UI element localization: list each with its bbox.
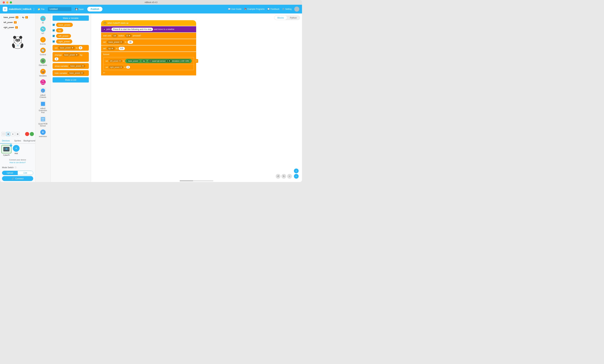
settings-btn[interactable]: = xyxy=(287,174,292,179)
cat-variables-label: Variables xyxy=(39,75,47,77)
block-right-power[interactable]: right_power xyxy=(56,39,72,44)
cat-quadrgb[interactable]: Quad RGB Sensor xyxy=(36,115,50,128)
run-btn[interactable] xyxy=(30,132,34,136)
make-variable-btn[interactable]: Make a Variable xyxy=(52,15,89,21)
set-left-power-block[interactable]: set left_power ▼ to base_power - kp * xyxy=(104,58,193,64)
maximize-button[interactable] xyxy=(10,1,12,3)
change-value[interactable]: 1 xyxy=(55,57,59,61)
publish-button[interactable]: Publish xyxy=(87,7,103,12)
zoom-in-btn[interactable]: + xyxy=(294,169,299,173)
live-mode-btn[interactable]: Live xyxy=(18,171,33,175)
variable-kp[interactable]: kp 0 xyxy=(21,15,29,19)
save-button[interactable]: 💾 Save xyxy=(74,7,85,11)
device-close-btn[interactable]: ✕ xyxy=(10,144,12,147)
cat-control[interactable]: 🔄 Control xyxy=(36,47,50,57)
base-power-val[interactable]: 30 xyxy=(127,40,133,44)
sensor-dropdown[interactable]: 1 ▼ xyxy=(166,60,172,62)
scrollbar-thumb[interactable] xyxy=(180,180,193,181)
set-kp-block[interactable]: set kp ▼ to 0.5 xyxy=(101,46,196,51)
tab-sprites[interactable]: Sprites xyxy=(12,138,24,144)
horizontal-scrollbar[interactable] xyxy=(180,180,213,181)
hide-var-dropdown[interactable]: base_power ▼ xyxy=(68,72,84,74)
file-menu[interactable]: 📁 File xyxy=(36,7,46,11)
feedback-button[interactable]: 💬 Feedback xyxy=(267,8,279,10)
variables-icon: 📦 xyxy=(40,69,46,74)
control-icon: 🔄 xyxy=(40,48,46,53)
print-block[interactable]: ■ print Press B to start line following … xyxy=(101,26,196,32)
deviation-label: deviation (-100~100) xyxy=(172,60,189,62)
wait-block[interactable]: wait until ⊡B button B ▼ pressed? xyxy=(101,33,196,39)
stop-btn[interactable] xyxy=(25,132,29,136)
checkbox-base-power-input[interactable] xyxy=(52,24,55,26)
forever-block[interactable]: forever set left_power ▼ to ba xyxy=(101,52,196,75)
user-guide-button[interactable]: 📖 User Guide xyxy=(228,8,241,10)
base-power-dropdown[interactable]: base_power ▼ xyxy=(107,40,124,44)
cat-mbot2ext[interactable]: mBot2 Extension Port xyxy=(36,100,50,114)
right-power-dropdown[interactable]: right_power ▼ xyxy=(109,66,123,69)
block-kp[interactable]: kp xyxy=(56,28,63,33)
code-toggle-icon[interactable]: </> xyxy=(194,59,198,63)
filename-input[interactable] xyxy=(48,7,72,11)
tab-devices[interactable]: Devices xyxy=(0,138,12,144)
logo-text: makeblock | mBlock xyxy=(9,8,32,11)
left-power-dropdown[interactable]: left_power ▼ xyxy=(109,60,122,62)
change-block[interactable]: change base_power ▼ by 1 xyxy=(52,52,89,62)
variable-base-power[interactable]: base_power 0 xyxy=(2,15,20,19)
expand-view-btn[interactable]: ⛶ xyxy=(1,132,5,136)
upload-mode-btn[interactable]: Upload xyxy=(2,171,18,175)
redo-btn[interactable]: ↻ xyxy=(281,174,286,179)
minimize-button[interactable] xyxy=(6,1,8,3)
cyberpi-device[interactable]: ✕ CyberPi xyxy=(1,145,12,156)
close-button[interactable] xyxy=(3,1,5,3)
tab-background[interactable]: Background xyxy=(24,138,35,144)
cat-variables[interactable]: 📦 Variables xyxy=(36,68,50,78)
variable-right-power[interactable]: right_power 0 xyxy=(2,25,19,29)
grid-view-btn[interactable]: ⊞ xyxy=(6,132,10,136)
add-device-btn[interactable]: + xyxy=(13,145,20,152)
kp-val[interactable]: 0.5 xyxy=(119,47,125,50)
checkbox-kp-input[interactable] xyxy=(52,29,55,32)
hat-block[interactable]: ■ when CyberPi starts up xyxy=(101,20,196,26)
undo-btn[interactable]: ↺ xyxy=(276,174,280,179)
cat-extension[interactable]: + extension xyxy=(36,128,50,138)
checkbox-right-power-input[interactable] xyxy=(52,40,55,43)
user-avatar[interactable] xyxy=(294,7,299,12)
set-value[interactable]: 0 xyxy=(79,46,83,49)
svg-rect-26 xyxy=(41,119,43,121)
pressed-label: pressed? xyxy=(133,35,141,37)
connect-link[interactable]: How to use device? xyxy=(2,161,33,163)
app-window: mBlock v5.4.3 M makeblock | mBlock | 📁 F… xyxy=(0,0,302,182)
set-right-power-block[interactable]: set right_power ▼ to 0 xyxy=(104,65,193,70)
svg-point-2 xyxy=(13,36,16,39)
variable-left-power[interactable]: left_power 0 xyxy=(2,21,18,24)
svg-point-3 xyxy=(19,36,22,39)
make-list-btn[interactable]: Make a List xyxy=(52,77,89,83)
hide-variable-block[interactable]: hide variable base_power ▼ xyxy=(52,70,89,76)
set-var-dropdown[interactable]: base_power ▼ xyxy=(59,46,75,49)
cat-operators[interactable]: ➕ Operators xyxy=(36,57,50,67)
cat-events[interactable]: ⚡ Events xyxy=(36,36,50,46)
list-view-btn[interactable]: ≡ xyxy=(11,132,15,136)
example-programs-button[interactable]: 📚 Example Programs xyxy=(244,8,264,10)
tile-view-btn[interactable]: ⊟ xyxy=(15,132,20,136)
zoom-out-btn[interactable]: − xyxy=(294,174,299,179)
block-left-power[interactable]: left_power xyxy=(56,34,71,38)
cat-myblocks[interactable]: MyBlocks xyxy=(36,78,50,86)
connect-button[interactable]: 🔗 Connect xyxy=(2,176,33,181)
show-variable-block[interactable]: show variable base_power ▼ xyxy=(52,63,89,69)
cat-mbot2chassis[interactable]: 🤖 mBot2 Chassis xyxy=(36,86,50,99)
block-base-power[interactable]: base_power xyxy=(56,23,73,27)
print-suffix: and move to a newline xyxy=(154,28,174,30)
cat-iot[interactable]: 📡 IoT xyxy=(36,25,50,35)
show-var-dropdown[interactable]: base_power ▼ xyxy=(69,64,86,68)
right-power-val[interactable]: 0 xyxy=(126,66,130,69)
checkbox-left-power-input[interactable] xyxy=(52,35,55,37)
cat-ai[interactable]: 🤖 AI xyxy=(36,15,50,25)
set-block[interactable]: set base_power ▼ to 0 xyxy=(52,45,89,51)
button-value[interactable]: B ▼ xyxy=(125,34,132,37)
kp-dropdown[interactable]: kp ▼ xyxy=(107,47,115,50)
setting-button[interactable]: ⚙️ Setting xyxy=(282,8,291,10)
set-base-power-block[interactable]: set base_power ▼ to 30 xyxy=(101,39,196,45)
code-canvas[interactable]: ■ when CyberPi starts up ■ print Press B… xyxy=(91,13,302,182)
change-var-dropdown[interactable]: base_power ▼ xyxy=(63,53,79,56)
